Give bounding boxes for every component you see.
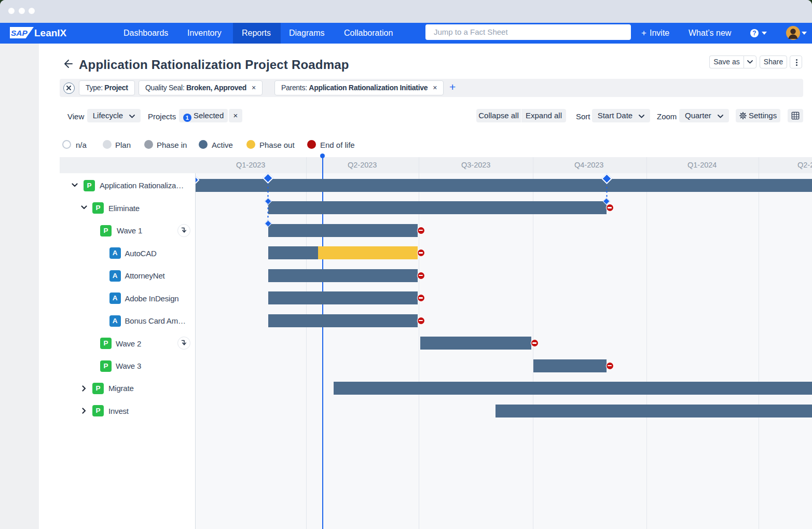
svg-text:SAP: SAP [11,29,28,37]
